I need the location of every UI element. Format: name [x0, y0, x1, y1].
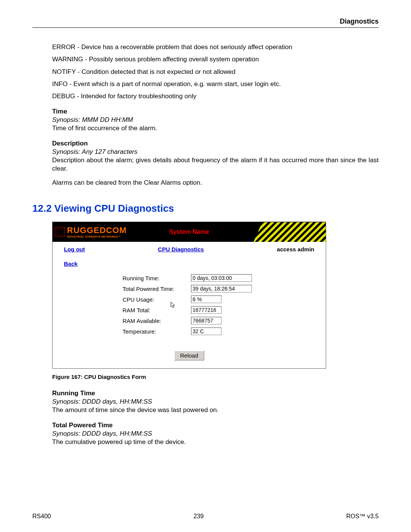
back-link[interactable]: Back: [64, 260, 78, 267]
running-time-label: Running Time:: [123, 275, 191, 282]
page-title-link[interactable]: CPU Diagnostics: [85, 246, 277, 253]
total-powered-time-field[interactable]: [191, 285, 252, 292]
cpu-diagnostics-panel: RUGGEDCOM INDUSTRIAL STRENGTH NETWORKS™ …: [52, 222, 326, 369]
severity-warning: WARNING - Possibly serious problem affec…: [52, 55, 379, 64]
cpu-usage-label: CPU Usage:: [123, 296, 191, 304]
ram-total-field[interactable]: [191, 306, 221, 314]
description-title: Description: [52, 139, 379, 148]
severity-debug: DEBUG - Intended for factory troubleshoo…: [52, 92, 379, 101]
hazard-stripe-icon: [253, 222, 326, 242]
footer-left: RS400: [32, 513, 51, 521]
figure-caption: Figure 167: CPU Diagnostics Form: [52, 373, 379, 381]
temperature-field[interactable]: [191, 328, 221, 335]
description-synopsis: Synopsis: Any 127 characters: [52, 148, 379, 156]
temperature-label: Temperature:: [123, 328, 191, 335]
total-powered-title: Total Powered Time: [52, 421, 379, 430]
footer-center: 239: [193, 513, 204, 521]
section-heading-cpu-diag: 12.2 Viewing CPU Diagnostics: [32, 202, 379, 215]
time-title: Time: [52, 107, 379, 116]
diagnostics-form: Running Time: Total Powered Time: CPU Us…: [53, 274, 326, 345]
severity-info: INFO - Event which is a part of normal o…: [52, 80, 379, 88]
running-time-field[interactable]: [191, 274, 252, 282]
chapter-heading: Diagnostics: [32, 17, 379, 28]
ram-available-label: RAM Available:: [123, 317, 191, 325]
reload-button[interactable]: Reload: [174, 350, 204, 361]
ui-header-bar: RUGGEDCOM INDUSTRIAL STRENGTH NETWORKS™ …: [53, 222, 326, 242]
description-desc: Description about the alarm; gives detai…: [52, 156, 379, 173]
clear-note: Alarms can be cleared from the Clear Ala…: [52, 179, 379, 187]
severity-notify: NOTIFY - Condition detected that is not …: [52, 68, 379, 76]
cpu-usage-field[interactable]: [191, 296, 221, 303]
time-desc: Time of first occurrence of the alarm.: [52, 124, 379, 133]
total-powered-synopsis: Synopsis: DDDD days, HH:MM:SS: [52, 430, 379, 438]
access-level-label: access admin: [277, 246, 314, 253]
ram-total-label: RAM Total:: [123, 307, 191, 314]
time-synopsis: Synopsis: MMM DD HH:MM: [52, 116, 379, 124]
severity-error: ERROR - Device has a recoverable problem…: [52, 43, 379, 51]
running-time-synopsis: Synopsis: DDDD days, HH:MM:SS: [52, 398, 379, 406]
running-time-title: Running Time: [52, 389, 379, 398]
ram-available-field[interactable]: [191, 317, 221, 324]
total-powered-desc: The cumulative powered up time of the de…: [52, 438, 379, 446]
footer-right: ROS™ v3.5: [346, 513, 379, 521]
total-powered-time-label: Total Powered Time:: [123, 285, 191, 293]
logout-link[interactable]: Log out: [64, 246, 85, 253]
running-time-desc: The amount of time since the device was …: [52, 406, 379, 414]
